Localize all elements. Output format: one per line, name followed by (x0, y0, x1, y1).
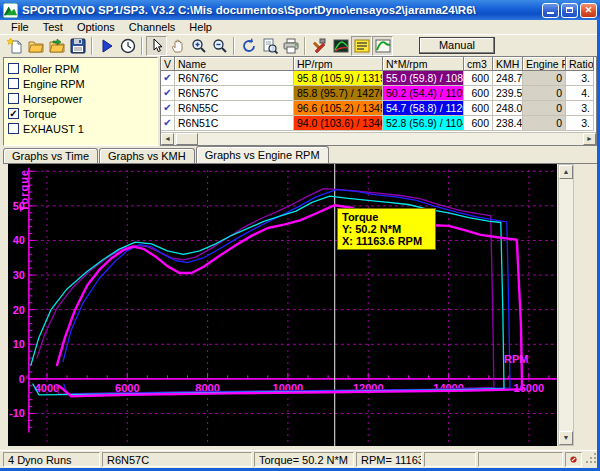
pan-hand-icon (170, 38, 186, 54)
scroll-down-arrow[interactable]: ▼ (559, 431, 573, 445)
graph-curve-icon (375, 38, 391, 54)
checkbox-checked[interactable]: ✓ (8, 108, 19, 119)
channel-label: EXHAUST 1 (23, 123, 84, 135)
column-header-hp-rpm[interactable]: HP/rpm (294, 57, 383, 71)
cm3-value: 600 (464, 86, 493, 101)
zoom-in-button[interactable] (188, 36, 209, 56)
window-title: SPORTDYNO SP1/SP3. V3.2 C:\Mis documento… (22, 4, 542, 16)
x-tick-label: 16000 (514, 382, 545, 394)
engine-rpm-value: 0 (523, 101, 566, 116)
checkbox-unchecked[interactable] (8, 123, 19, 134)
app-window: SPORTDYNO SP1/SP3. V3.2 C:\Mis documento… (0, 0, 600, 471)
menu-help[interactable]: Help (182, 20, 219, 34)
scroll-right-arrow[interactable]: ► (583, 133, 596, 145)
kmh-value: 248.7 (493, 71, 523, 86)
engine-rpm-value: 0 (523, 116, 566, 131)
toolbar-separator (141, 37, 143, 55)
column-header-engine-rpm[interactable]: Engine RPM (523, 57, 566, 71)
y-axis-label: Torque (18, 169, 30, 211)
column-header-n-m-rpm[interactable]: N*M/rpm (383, 57, 464, 71)
pan-button[interactable] (167, 36, 188, 56)
y-tick-label: 0 (19, 373, 25, 385)
channel-item-torque[interactable]: ✓Torque (8, 106, 153, 121)
new-file-button[interactable] (4, 36, 25, 56)
tooltip-y-value: Y: 50.2 N*M (342, 223, 431, 235)
title-bar: SPORTDYNO SP1/SP3. V3.2 C:\Mis documento… (0, 0, 600, 20)
settings-button[interactable] (309, 36, 330, 56)
status-rpm-readout: RPM= 11163.6 (356, 452, 422, 467)
timer-button[interactable] (117, 36, 138, 56)
torque-value: 55.0 (59.8) / 10888 (383, 71, 464, 86)
print-button[interactable] (280, 36, 301, 56)
channel-item-exhaust-1[interactable]: EXHAUST 1 (8, 121, 153, 136)
column-header-kmh[interactable]: KMH (493, 57, 523, 71)
cm3-value: 600 (464, 101, 493, 116)
checkbox-unchecked[interactable] (8, 78, 19, 89)
tab-graphs-vs-time[interactable]: Graphs vs Time (3, 148, 98, 163)
chart-vertical-scrollbar[interactable]: ▲ ▼ (558, 164, 574, 446)
scroll-up-arrow[interactable]: ▲ (559, 165, 573, 179)
kmh-value: 248.0 (493, 101, 523, 116)
legend-list-icon (354, 38, 370, 54)
open-file-button[interactable] (25, 36, 46, 56)
table-row-R6N55C[interactable]: ✔R6N55C96.6 (105.2) / 1345254.7 (58.8) /… (161, 101, 596, 116)
column-header-cm3[interactable]: cm3 (464, 57, 493, 71)
torque-chart[interactable]: 40006000800010000120001400016000-1001020… (8, 164, 557, 446)
no-entry-icon (565, 452, 582, 467)
y-tick-label: 10 (13, 338, 25, 350)
zoom-in-icon (191, 38, 207, 54)
app-icon (3, 3, 18, 18)
menu-channels[interactable]: Channels (122, 20, 182, 34)
manual-button[interactable]: Manual (419, 37, 495, 54)
menu-file[interactable]: File (4, 20, 36, 34)
channel-item-engine-rpm[interactable]: Engine RPM (8, 76, 153, 91)
minimize-button[interactable] (542, 3, 559, 18)
menu-test[interactable]: Test (36, 20, 70, 34)
tab-graphs-vs-kmh[interactable]: Graphs vs KMH (99, 148, 195, 163)
column-header-ratio[interactable]: Ratio (566, 57, 594, 71)
start-test-button[interactable] (96, 36, 117, 56)
graph-view-button[interactable] (372, 36, 393, 56)
checkbox-unchecked[interactable] (8, 63, 19, 74)
column-header-name[interactable]: Name (175, 57, 294, 71)
tab-graphs-vs-engine-rpm[interactable]: Graphs vs Engine RPM (196, 146, 329, 163)
runs-table: VNameHP/rpmN*M/rpmcm3KMHEngine RPMRatio✔… (160, 56, 597, 146)
run-name: R6N57C (175, 86, 294, 101)
refresh-button[interactable] (238, 36, 259, 56)
toolbar-separator (91, 37, 93, 55)
run-name: R6N51C (175, 116, 294, 131)
table-row-R6N76C[interactable]: ✔R6N76C95.8 (105.9) / 1319455.0 (59.8) /… (161, 71, 596, 86)
cursor-tooltip: Torque Y: 50.2 N*M X: 11163.6 RPM (337, 208, 436, 250)
open-test-button[interactable] (46, 36, 67, 56)
chart-image-icon (333, 38, 349, 54)
chart-picture-button[interactable] (330, 36, 351, 56)
scroll-left-arrow[interactable]: ◄ (161, 133, 174, 145)
print-preview-button[interactable] (259, 36, 280, 56)
zoom-out-button[interactable] (209, 36, 230, 56)
legend-button[interactable] (351, 36, 372, 56)
torque-value: 50.2 (54.4) / 11098 (383, 86, 464, 101)
select-cursor-button[interactable] (146, 36, 167, 56)
restore-button[interactable] (561, 3, 578, 18)
run-checked-icon: ✔ (161, 101, 175, 116)
table-row-R6N57C[interactable]: ✔R6N57C85.8 (95.7) / 1427050.2 (54.4) / … (161, 86, 596, 101)
column-header-v[interactable]: V (161, 57, 175, 71)
checkbox-unchecked[interactable] (8, 93, 19, 104)
tooltip-channel: Torque (342, 211, 431, 223)
run-name: R6N76C (175, 71, 294, 86)
table-row-R6N51C[interactable]: ✔R6N51C94.0 (103.6) / 1346052.8 (56.9) /… (161, 116, 596, 131)
table-horizontal-scrollbar[interactable]: ◄ ► (161, 132, 596, 145)
channel-item-roller-rpm[interactable]: Roller RPM (8, 61, 153, 76)
menu-options[interactable]: Options (70, 20, 122, 34)
tools-icon (312, 38, 328, 54)
status-current-run: R6N57C (102, 452, 252, 467)
menu-bar: FileTestOptionsChannelsHelp (0, 20, 600, 34)
torque-value: 54.7 (58.8) / 11204 (383, 101, 464, 116)
toolbar: Manual (0, 34, 600, 56)
close-button[interactable]: ✕ (580, 3, 597, 18)
torque-value: 52.8 (56.9) / 11044 (383, 116, 464, 131)
save-button[interactable] (67, 36, 88, 56)
channel-item-horsepower[interactable]: Horsepower (8, 91, 153, 106)
channel-list: Roller RPMEngine RPMHorsepower✓TorqueEXH… (3, 57, 158, 146)
scroll-thumb[interactable] (176, 133, 198, 145)
